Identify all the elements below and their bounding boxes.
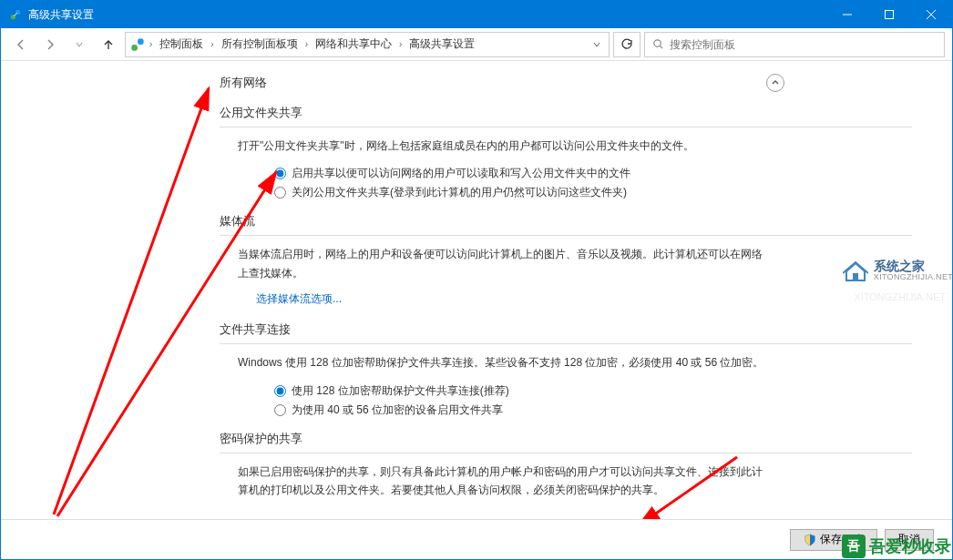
- subsection-file-conn: 文件共享连接: [220, 321, 912, 338]
- subsection-password: 密码保护的共享: [220, 431, 912, 447]
- chevron-right-icon: ›: [210, 39, 213, 49]
- navbar: › 控制面板 › 所有控制面板项 › 网络和共享中心 › 高级共享设置: [1, 28, 952, 61]
- svg-point-3: [131, 45, 138, 51]
- section-title-all-networks: 所有网络: [220, 75, 267, 91]
- breadcrumb-dropdown[interactable]: [589, 40, 605, 49]
- minimize-button[interactable]: [826, 1, 868, 28]
- refresh-button[interactable]: [613, 32, 640, 57]
- radio-label: 为使用 40 或 56 位加密的设备启用文件共享: [292, 402, 503, 418]
- breadcrumb: 控制面板 › 所有控制面板项 › 网络和共享中心 › 高级共享设置: [156, 35, 585, 54]
- radio-public-on[interactable]: 启用共享以便可以访问网络的用户可以读取和写入公用文件夹中的文件: [274, 164, 912, 183]
- divider: [220, 343, 912, 344]
- shield-icon: [804, 534, 816, 546]
- crumb-advanced-sharing[interactable]: 高级共享设置: [405, 35, 478, 54]
- badge-icon: 吾: [842, 535, 866, 558]
- chevron-right-icon: ›: [149, 39, 152, 49]
- radio-input-public-off[interactable]: [274, 187, 286, 199]
- subsection-public-folder: 公用文件夹共享: [220, 105, 912, 121]
- public-folder-radio-group: 启用共享以便可以访问网络的用户可以读取和写入公用文件夹中的文件 关闭公用文件夹共…: [220, 164, 912, 202]
- radio-40-56bit[interactable]: 为使用 40 或 56 位加密的设备启用文件共享: [274, 401, 912, 420]
- divider: [220, 127, 912, 127]
- watermark-xitongzhijia: 系统之家 XITONGZHIJIA.NET: [843, 260, 953, 282]
- search-input[interactable]: [670, 38, 937, 51]
- public-folder-desc: 打开"公用文件夹共享"时，网络上包括家庭组成员在内的用户都可以访问公用文件夹中的…: [220, 137, 766, 155]
- subsection-media: 媒体流: [220, 213, 912, 229]
- file-conn-radio-group: 使用 128 位加密帮助保护文件共享连接(推荐) 为使用 40 或 56 位加密…: [220, 382, 912, 420]
- crumb-control-panel[interactable]: 控制面板: [156, 35, 207, 54]
- chevron-right-icon: ›: [305, 39, 308, 49]
- search-box[interactable]: [644, 32, 945, 57]
- crumb-all-items[interactable]: 所有控制面板项: [218, 35, 302, 54]
- radio-128bit[interactable]: 使用 128 位加密帮助保护文件共享连接(推荐): [274, 382, 912, 401]
- svg-point-4: [138, 38, 144, 45]
- file-conn-desc: Windows 使用 128 位加密帮助保护文件共享连接。某些设备不支持 128…: [220, 353, 766, 372]
- breadcrumb-bar[interactable]: › 控制面板 › 所有控制面板项 › 网络和共享中心 › 高级共享设置: [125, 32, 610, 57]
- divider: [220, 453, 912, 453]
- up-button[interactable]: [96, 32, 121, 57]
- divider: [220, 235, 912, 236]
- collapse-icon[interactable]: [766, 74, 784, 92]
- search-icon: [652, 38, 664, 50]
- radio-label: 关闭公用文件夹共享(登录到此计算机的用户仍然可以访问这些文件夹): [292, 185, 627, 200]
- svg-point-5: [654, 40, 661, 46]
- svg-rect-2: [886, 11, 894, 19]
- section-header-all-networks[interactable]: 所有网络: [220, 70, 912, 99]
- recent-dropdown[interactable]: [67, 32, 92, 57]
- password-desc: 如果已启用密码保护的共享，则只有具备此计算机的用户帐户和密码的用户才可以访问共享…: [220, 463, 766, 500]
- svg-line-6: [54, 88, 209, 514]
- watermark-cn: 系统之家: [874, 260, 953, 273]
- back-button[interactable]: [8, 32, 34, 57]
- watermark-en: XITONGZHIJIA.NET: [874, 273, 953, 282]
- titlebar: 高级共享设置: [1, 1, 952, 28]
- radio-input-128bit[interactable]: [274, 385, 286, 397]
- footer: 保存更改 取消: [1, 519, 952, 559]
- house-icon: [843, 260, 868, 282]
- radio-label: 启用共享以便可以访问网络的用户可以读取和写入公用文件夹中的文件: [292, 166, 630, 181]
- network-small-icon: [129, 37, 146, 52]
- media-options-link[interactable]: 选择媒体流选项...: [220, 291, 342, 307]
- watermark-faint: XITONGZHIJIA.NET: [854, 291, 946, 302]
- media-desc: 当媒体流启用时，网络上的用户和设备便可以访问此计算机上的图片、音乐以及视频。此计…: [220, 245, 766, 282]
- radio-input-40-56bit[interactable]: [274, 404, 286, 416]
- radio-input-public-on[interactable]: [274, 168, 286, 179]
- network-icon: [8, 7, 23, 22]
- maximize-button[interactable]: [868, 1, 910, 28]
- chevron-right-icon: ›: [399, 39, 402, 49]
- svg-rect-9: [853, 273, 858, 280]
- watermark-bottom: 吾 吾爱秒收录: [842, 535, 951, 558]
- watermark-bottom-text: 吾爱秒收录: [869, 535, 951, 557]
- radio-label: 使用 128 位加密帮助保护文件共享连接(推荐): [292, 383, 509, 399]
- forward-button[interactable]: [37, 32, 63, 57]
- window-title: 高级共享设置: [28, 7, 826, 23]
- crumb-network-center[interactable]: 网络和共享中心: [312, 35, 395, 54]
- radio-public-off[interactable]: 关闭公用文件夹共享(登录到此计算机的用户仍然可以访问这些文件夹): [274, 183, 912, 202]
- close-button[interactable]: [910, 1, 952, 28]
- content-area: 所有网络 公用文件夹共享 打开"公用文件夹共享"时，网络上包括家庭组成员在内的用…: [1, 61, 952, 519]
